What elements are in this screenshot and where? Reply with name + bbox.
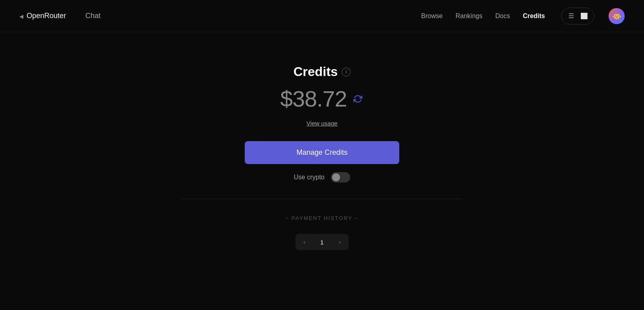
info-icon[interactable]: i (342, 68, 351, 76)
avatar[interactable]: 🐵 (609, 8, 625, 24)
logo-text: OpenRouter (27, 12, 66, 20)
credits-heading: Credits (293, 64, 338, 79)
view-usage-link[interactable]: View usage (306, 120, 337, 127)
toggle-thumb (332, 173, 340, 181)
main-content: Credits i $38.72 View usage Manage Credi… (0, 32, 644, 250)
logo-icon: ◂ (19, 11, 23, 21)
refresh-icon[interactable] (352, 93, 364, 105)
nav-right: Browse Rankings Docs Credits ☰ ⬜ 🐵 (421, 8, 625, 25)
wallet-icon[interactable]: ⬜ (578, 10, 590, 22)
nav-chat-link[interactable]: Chat (79, 8, 107, 23)
pagination-current-page: 1 (313, 234, 331, 250)
credits-title-row: Credits i (293, 64, 351, 79)
credits-amount-row: $38.72 (280, 86, 363, 112)
pagination: ‹ 1 › (295, 234, 349, 250)
use-crypto-toggle[interactable] (331, 172, 350, 183)
crypto-row: Use crypto (294, 172, 350, 183)
pagination-next-button[interactable]: › (331, 234, 349, 250)
credits-amount: $38.72 (280, 86, 347, 112)
toggle-track (331, 172, 350, 183)
nav-docs-link[interactable]: Docs (495, 12, 510, 20)
section-divider (181, 199, 463, 199)
navbar: ◂ OpenRouter Chat Browse Rankings Docs C… (0, 0, 644, 32)
nav-rankings-link[interactable]: Rankings (456, 12, 483, 20)
pagination-prev-button[interactable]: ‹ (295, 234, 313, 250)
nav-browse-link[interactable]: Browse (421, 12, 442, 20)
nav-credits-link[interactable]: Credits (523, 12, 545, 20)
menu-icon[interactable]: ☰ (566, 10, 577, 22)
manage-credits-button[interactable]: Manage Credits (245, 141, 399, 164)
logo[interactable]: ◂ OpenRouter (19, 11, 66, 21)
crypto-label: Use crypto (294, 174, 324, 181)
payment-history-label: ~ PAYMENT HISTORY ~ (285, 215, 359, 221)
nav-actions-group: ☰ ⬜ (561, 8, 594, 25)
